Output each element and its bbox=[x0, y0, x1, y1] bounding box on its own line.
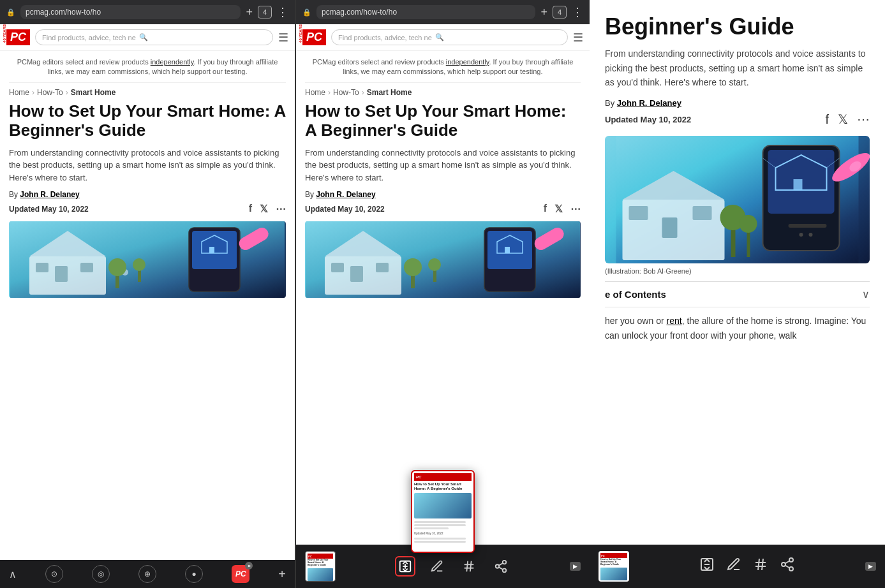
svg-line-74 bbox=[785, 561, 790, 564]
svg-point-39 bbox=[495, 564, 499, 568]
svg-point-28 bbox=[404, 258, 422, 276]
search-icon-left[interactable]: 🔍 bbox=[139, 33, 148, 41]
svg-line-42 bbox=[498, 563, 502, 566]
right-toolbar-icons bbox=[638, 557, 856, 576]
rent-link[interactable]: rent bbox=[667, 316, 682, 326]
updated-date-left: Updated May 10, 2022 bbox=[9, 205, 89, 214]
facebook-icon-left[interactable]: f bbox=[249, 203, 252, 215]
more-icon-mid[interactable]: ⋯ bbox=[570, 203, 581, 215]
svg-line-73 bbox=[785, 566, 790, 568]
search-bar-mid[interactable]: Find products, advice, tech ne 🔍 bbox=[331, 29, 568, 45]
svg-rect-29 bbox=[433, 269, 436, 282]
article-title-left: How to Set Up Your Smart Home: A Beginne… bbox=[9, 102, 286, 140]
right-byline: By John R. Delaney bbox=[605, 98, 870, 108]
right-more-icon[interactable]: ⋯ bbox=[857, 112, 870, 127]
svg-line-37 bbox=[470, 561, 471, 572]
updated-date-mid: Updated May 10, 2022 bbox=[305, 205, 385, 214]
svg-rect-9 bbox=[55, 266, 68, 282]
author-link-left[interactable]: John R. Delaney bbox=[20, 190, 79, 199]
breadcrumb-howto-mid[interactable]: How-To bbox=[333, 88, 359, 97]
right-facebook-icon[interactable]: f bbox=[825, 112, 829, 127]
tab-count-mid[interactable]: 4 bbox=[553, 6, 567, 18]
search-icon-mid[interactable]: 🔍 bbox=[435, 33, 444, 41]
ad-badge-mid: ▶ bbox=[570, 562, 581, 571]
edit-icon-mid[interactable] bbox=[427, 556, 447, 577]
url-bar-mid[interactable]: pcmag.com/how-to/ho bbox=[316, 5, 535, 19]
hashtag-icon-mid[interactable] bbox=[459, 556, 479, 577]
svg-rect-24 bbox=[350, 266, 363, 282]
new-tab-left[interactable]: + bbox=[246, 6, 253, 19]
right-scroll-icon[interactable] bbox=[699, 557, 715, 576]
menu-dots-left[interactable]: ⋮ bbox=[277, 5, 288, 19]
author-link-mid[interactable]: John R. Delaney bbox=[316, 190, 375, 199]
breadcrumb-mid: Home › How-To › Smart Home bbox=[305, 88, 581, 97]
url-bar-left[interactable]: pcmag.com/how-to/ho bbox=[20, 5, 241, 19]
search-bar-left[interactable]: Find products, advice, tech ne 🔍 bbox=[35, 29, 273, 45]
breadcrumb-home-left[interactable]: Home bbox=[9, 88, 29, 97]
popup-line5 bbox=[414, 541, 466, 543]
twitter-icon-mid[interactable]: 𝕏 bbox=[554, 203, 563, 215]
article-desc-mid: From understanding connectivity protocol… bbox=[305, 147, 581, 184]
right-share-icon[interactable] bbox=[780, 557, 795, 576]
app-icon-left[interactable]: PC × bbox=[232, 565, 249, 583]
svg-point-30 bbox=[428, 258, 441, 271]
right-edit-icon[interactable] bbox=[726, 557, 741, 576]
share-icon-mid[interactable] bbox=[491, 556, 511, 577]
toc-label: e of Contents bbox=[605, 289, 666, 300]
popup-line1 bbox=[414, 521, 466, 523]
byline-left: By John R. Delaney bbox=[9, 190, 286, 199]
facebook-icon-mid[interactable]: f bbox=[544, 203, 547, 215]
toc-bar[interactable]: e of Contents ∨ bbox=[605, 281, 870, 307]
lock-icon-left: 🔒 bbox=[6, 8, 15, 17]
add-btn-left[interactable]: + bbox=[278, 567, 286, 582]
right-twitter-icon[interactable]: 𝕏 bbox=[838, 112, 848, 127]
tab-count-left[interactable]: 4 bbox=[258, 6, 272, 18]
nav-circle2-left[interactable]: ◎ bbox=[92, 565, 110, 583]
meta-row-mid: Updated May 10, 2022 f 𝕏 ⋯ bbox=[305, 203, 581, 215]
hero-image-left bbox=[9, 221, 286, 298]
social-icons-left: f 𝕏 ⋯ bbox=[249, 203, 286, 215]
disclaimer-left: PCMag editors select and review products… bbox=[9, 57, 286, 83]
right-meta: Updated May 10, 2022 f 𝕏 ⋯ bbox=[605, 112, 870, 127]
svg-rect-10 bbox=[36, 263, 48, 272]
svg-rect-20 bbox=[505, 247, 510, 253]
breadcrumb-howto-left[interactable]: How-To bbox=[37, 88, 63, 97]
right-author-link[interactable]: John R. Delaney bbox=[617, 98, 681, 108]
popup-title-mid: How to Set Up Your Smart Home: A Beginne… bbox=[414, 482, 472, 491]
years-badge-left: 40 YEARS bbox=[3, 24, 6, 43]
breadcrumb-left: Home › How-To › Smart Home bbox=[9, 88, 286, 97]
toolbar-icons-mid bbox=[342, 556, 563, 577]
scroll-icon-mid[interactable] bbox=[395, 556, 415, 577]
share-circle-left[interactable]: ⊕ bbox=[138, 565, 156, 583]
right-hashtag-icon[interactable] bbox=[753, 557, 768, 576]
back-btn-left[interactable]: ∧ bbox=[9, 568, 17, 580]
svg-line-36 bbox=[466, 561, 468, 572]
popup-line3 bbox=[414, 527, 449, 529]
popup-meta: Updated May 10, 2022 bbox=[414, 532, 472, 535]
svg-line-41 bbox=[498, 567, 502, 570]
more-icon-left[interactable]: ⋯ bbox=[276, 203, 286, 215]
social-icons-mid: f 𝕏 ⋯ bbox=[544, 203, 581, 215]
toc-chevron[interactable]: ∨ bbox=[862, 288, 870, 300]
svg-rect-11 bbox=[80, 263, 93, 272]
hamburger-mid[interactable]: ☰ bbox=[573, 31, 583, 45]
twitter-icon-left[interactable]: 𝕏 bbox=[260, 203, 268, 215]
nav-circle-left[interactable]: ⊙ bbox=[45, 565, 63, 583]
pc-logo-left[interactable]: 40 YEARS PC bbox=[6, 29, 30, 45]
byline-mid: By John R. Delaney bbox=[305, 190, 581, 199]
svg-point-13 bbox=[108, 258, 126, 276]
svg-point-72 bbox=[789, 567, 793, 571]
menu-dots-mid[interactable]: ⋮ bbox=[572, 5, 583, 19]
svg-point-70 bbox=[789, 558, 793, 562]
sep1-mid: › bbox=[328, 88, 331, 97]
middle-panel: 🔒 pcmag.com/how-to/ho + 4 ⋮ 40 YEARS PC … bbox=[295, 0, 590, 588]
hamburger-left[interactable]: ☰ bbox=[278, 31, 288, 45]
new-tab-mid[interactable]: + bbox=[540, 6, 547, 19]
pc-logo-mid[interactable]: 40 YEARS PC bbox=[302, 29, 326, 45]
svg-rect-25 bbox=[331, 263, 344, 272]
dot-circle-left[interactable]: ● bbox=[185, 565, 203, 583]
svg-point-53 bbox=[799, 233, 803, 237]
breadcrumb-current-left: Smart Home bbox=[71, 88, 116, 97]
breadcrumb-home-mid[interactable]: Home bbox=[305, 88, 325, 97]
popup-line4 bbox=[414, 538, 466, 540]
